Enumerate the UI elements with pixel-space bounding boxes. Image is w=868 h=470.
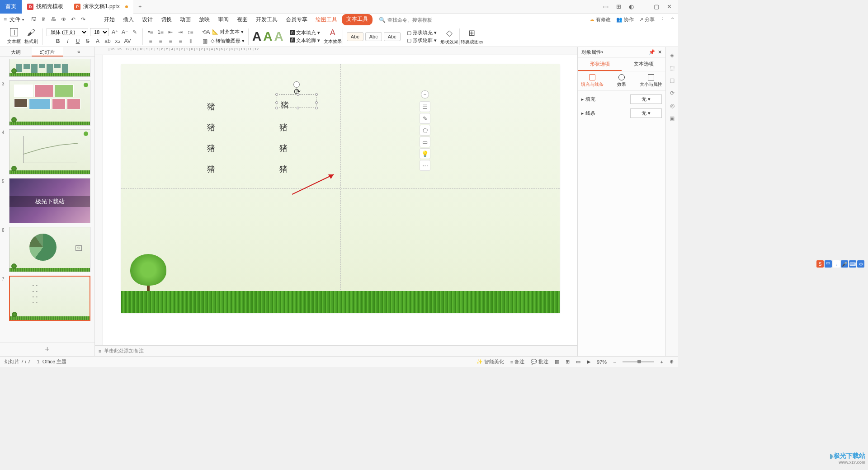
thumbnail-2[interactable]	[9, 59, 90, 77]
bold-icon[interactable]: B	[54, 37, 62, 45]
resize-handle-bl[interactable]	[275, 107, 278, 109]
menu-tab-transition[interactable]: 切换	[157, 14, 175, 25]
smart-shape-button[interactable]: ◇转智能图形▾	[211, 38, 245, 44]
distribute-icon[interactable]: ⫴	[186, 37, 194, 45]
thumbnail-5[interactable]: 极光下载站	[9, 178, 90, 223]
shape-icon[interactable]: ⬠	[420, 125, 430, 136]
redo-icon[interactable]: ↷	[81, 16, 88, 24]
object-tool-icon[interactable]: ◫	[668, 76, 677, 85]
left-textbox[interactable]: 猪猪猪猪	[207, 97, 215, 180]
shape-outline-button[interactable]: ▢形状轮廓▾	[407, 37, 437, 44]
shape-style-2[interactable]: Abc	[365, 32, 382, 41]
expand-icon[interactable]: ⌃	[670, 17, 675, 23]
notes-placeholder[interactable]: 单击此处添加备注	[104, 348, 144, 354]
maximize-button[interactable]: ▢	[651, 1, 662, 12]
history-tool-icon[interactable]: ▣	[668, 114, 677, 123]
shape-style-3[interactable]: Abc	[384, 32, 401, 41]
font-size-select[interactable]: 18	[90, 28, 109, 36]
increase-font-icon[interactable]: A⁺	[111, 28, 119, 36]
line-expand-icon[interactable]: ▸	[581, 111, 584, 116]
menu-tab-animation[interactable]: 动画	[176, 14, 194, 25]
fit-icon[interactable]: ⊕	[670, 359, 674, 365]
convert-diagram-button[interactable]: ⊞转换成图示	[461, 28, 483, 45]
highlight-icon[interactable]: ab	[104, 37, 112, 45]
animate-tool-icon[interactable]: ⟳	[668, 89, 677, 98]
view-normal-icon[interactable]: ▦	[555, 359, 559, 365]
menu-icon[interactable]: ≡	[4, 17, 7, 23]
thumbnail-7[interactable]: • •• •• •• •	[9, 276, 90, 321]
more-tools-icon[interactable]: ⋯	[420, 160, 430, 171]
text-effect-button[interactable]: A文本效果	[324, 28, 342, 45]
save-as-icon[interactable]: 🗎	[41, 16, 48, 24]
size-subtab[interactable]: 大小与属性	[636, 71, 665, 90]
coop-button[interactable]: 👥协作	[616, 16, 634, 23]
thumbnail-6[interactable]: 柱	[9, 227, 90, 272]
shape-style-1[interactable]: Abc	[347, 32, 363, 41]
zoom-in-icon[interactable]: +	[660, 359, 663, 365]
tab-templates[interactable]: D 找稻壳模板	[22, 0, 69, 14]
pin-icon[interactable]: 📌	[649, 49, 655, 55]
menu-tab-insert[interactable]: 插入	[119, 14, 137, 25]
apps-icon[interactable]: ⊞	[613, 1, 624, 12]
text-style-1[interactable]: A	[252, 29, 261, 44]
line-select[interactable]: 无 ▾	[630, 108, 662, 118]
text-outline-button[interactable]: 🅰文本轮廓▾	[290, 37, 320, 44]
font-name-select[interactable]: 黑体 (正文)	[47, 28, 88, 36]
resize-handle-tl[interactable]	[275, 93, 278, 96]
idea-icon[interactable]: 💡	[420, 148, 430, 159]
fill-select[interactable]: 无 ▾	[630, 94, 662, 104]
notes-toggle[interactable]: ≡备注	[510, 358, 524, 365]
rotate-handle[interactable]: ⟳	[293, 81, 300, 88]
pen-icon[interactable]: ✎	[420, 113, 430, 124]
underline-icon[interactable]: U	[74, 37, 82, 45]
align-right-icon[interactable]: ≡	[166, 37, 175, 45]
comments-toggle[interactable]: 💬批注	[531, 358, 548, 365]
menu-tab-slideshow[interactable]: 放映	[195, 14, 213, 25]
share-button[interactable]: ↗分享	[639, 16, 655, 23]
thumbnail-4[interactable]	[9, 129, 90, 174]
columns-icon[interactable]: ▥	[201, 37, 209, 45]
view-reading-icon[interactable]: ▭	[576, 359, 580, 365]
outline-tab[interactable]: 大纲	[0, 47, 32, 56]
shape-options-tab[interactable]: 形状选项	[578, 58, 622, 71]
design-tool-icon[interactable]: ◈	[668, 51, 677, 60]
align-left-icon[interactable]: ≡	[146, 37, 155, 45]
tab-document[interactable]: P 演示文稿1.pptx	[69, 0, 133, 14]
zoom-out-icon[interactable]: −	[613, 359, 616, 365]
beautify-button[interactable]: ✨智能美化	[476, 358, 504, 365]
panel-close-icon[interactable]: ✕	[658, 49, 662, 55]
textbox-button[interactable]: 🅃文本框	[6, 28, 22, 45]
slides-tab[interactable]: 幻灯片	[32, 47, 63, 56]
save-icon[interactable]: 🖫	[31, 16, 38, 24]
spacing-icon[interactable]: AV	[123, 37, 132, 45]
select-tool-icon[interactable]: ⬚	[668, 63, 677, 72]
text-style-3[interactable]: A	[274, 29, 283, 44]
font-color-icon[interactable]: A	[94, 37, 102, 45]
shape-fill-button[interactable]: ▢形状填充▾	[407, 29, 437, 36]
align-justify-icon[interactable]: ≡	[176, 37, 184, 45]
resize-handle-br[interactable]	[315, 107, 318, 109]
collapse-toolbar-icon[interactable]: −	[421, 90, 429, 99]
effect-subtab[interactable]: 效果	[607, 71, 637, 90]
resize-handle-mr[interactable]	[315, 101, 318, 104]
menu-tab-vip[interactable]: 会员专享	[282, 14, 311, 25]
minimize-button[interactable]: —	[638, 1, 649, 12]
menu-tab-review[interactable]: 审阅	[214, 14, 232, 25]
menu-tab-text-tool[interactable]: 文本工具	[342, 14, 373, 25]
user-icon[interactable]: ◐	[626, 1, 637, 12]
right-textbox[interactable]: 猪猪猪	[279, 118, 288, 180]
resize-handle-ml[interactable]	[275, 101, 278, 104]
preview-icon[interactable]: 👁	[61, 16, 68, 24]
more-icon[interactable]: ⋮	[660, 17, 665, 23]
resize-handle-tr[interactable]	[315, 93, 318, 96]
resize-handle-bc[interactable]	[297, 107, 299, 109]
text-style-2[interactable]: A	[263, 29, 272, 44]
slide-canvas[interactable]: 猪猪猪猪 猪 ⟳ 猪猪猪	[121, 64, 560, 313]
menu-tab-draw-tool[interactable]: 绘图工具	[312, 14, 341, 25]
view-slideshow-icon[interactable]: ▶	[587, 359, 590, 365]
menu-tab-start[interactable]: 开始	[100, 14, 118, 25]
tab-add[interactable]: +	[133, 0, 147, 14]
menu-tab-view[interactable]: 视图	[233, 14, 251, 25]
zoom-slider[interactable]	[623, 361, 654, 362]
numbering-icon[interactable]: 1≡	[156, 28, 165, 36]
